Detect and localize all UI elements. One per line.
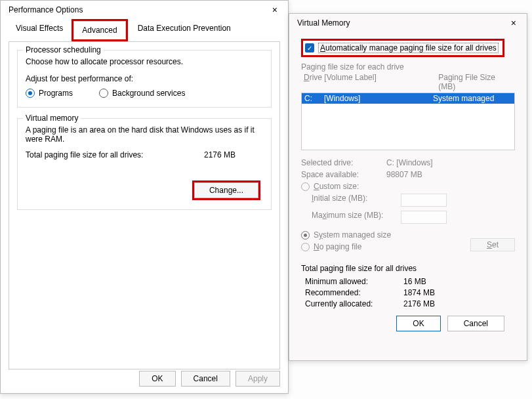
radio-custom-size[interactable]: Custom size:	[301, 182, 515, 191]
perf-bottom-buttons: OK Cancel Apply	[139, 371, 280, 387]
radio-programs[interactable]: Programs	[26, 89, 73, 98]
col-size: Paging File Size (MB)	[438, 73, 512, 91]
vm-titlebar: Virtual Memory ×	[289, 14, 527, 32]
drive-row-selected[interactable]: C: [Windows] System managed	[302, 93, 514, 104]
proc-legend: Processor scheduling	[23, 45, 104, 54]
radio-background-label: Background services	[112, 89, 185, 98]
tab-advanced[interactable]: Advanced	[73, 21, 125, 39]
maximum-size-input[interactable]	[401, 211, 447, 224]
paging-section-label: Paging file size for each drive	[301, 62, 515, 72]
vm-title: Virtual Memory	[297, 18, 350, 28]
perf-title: Performance Options	[9, 5, 83, 14]
cancel-button[interactable]: Cancel	[181, 371, 230, 387]
drive-list[interactable]: C: [Windows] System managed	[301, 93, 515, 150]
drive-paging-size: System managed	[433, 94, 512, 103]
vm-body: ✓ Automatically manage paging file size …	[289, 32, 527, 338]
checkbox-auto-manage[interactable]: ✓	[305, 43, 314, 52]
highlight-auto-manage: ✓ Automatically manage paging file size …	[301, 39, 504, 57]
vm-ok-button[interactable]: OK	[396, 316, 440, 331]
radio-icon	[26, 89, 35, 98]
ok-button[interactable]: OK	[139, 371, 175, 387]
performance-options-window: Performance Options × Visual Effects Adv…	[0, 0, 289, 394]
change-button[interactable]: Change...	[194, 182, 258, 198]
system-managed-label: System managed size	[314, 230, 391, 240]
space-available-value: 98807 MB	[386, 170, 422, 179]
initial-size-input[interactable]	[401, 194, 447, 207]
recommended-label: Recommended:	[305, 288, 403, 297]
custom-size-label: Custom size:	[314, 182, 359, 191]
total-section-title: Total paging file size for all drives	[301, 264, 515, 273]
perf-tabs: Visual Effects Advanced Data Execution P…	[1, 19, 288, 41]
close-icon[interactable]: ×	[507, 18, 520, 28]
virtual-memory-window: Virtual Memory × ✓ Automatically manage …	[289, 13, 527, 361]
selected-drive-value: C: [Windows]	[386, 158, 433, 167]
vmem-total-label: Total paging file size for all drives:	[26, 150, 143, 159]
proc-desc: Choose how to allocate processor resourc…	[26, 57, 263, 66]
virtual-memory-group: Virtual memory A paging file is an area …	[17, 118, 272, 210]
no-paging-label: No paging file	[314, 242, 361, 251]
radio-icon	[99, 89, 108, 98]
space-available-label: Space available:	[301, 170, 386, 179]
radio-icon	[301, 182, 310, 191]
selected-drive-label: Selected drive:	[301, 158, 386, 167]
recommended-value: 1874 MB	[403, 288, 435, 297]
vmem-legend: Virtual memory	[23, 114, 81, 123]
currently-allocated-value: 2176 MB	[403, 299, 435, 308]
maximum-size-label: Maximum size (MB):	[312, 211, 397, 224]
drive-volume-label: [Windows]	[324, 94, 433, 103]
highlight-change-button: Change...	[192, 180, 260, 200]
perf-titlebar: Performance Options ×	[1, 1, 288, 19]
advanced-panel: Processor scheduling Choose how to alloc…	[9, 41, 280, 369]
apply-button[interactable]: Apply	[235, 371, 280, 387]
minimum-allowed-value: 16 MB	[403, 277, 426, 286]
proc-adjust-label: Adjust for best performance of:	[26, 74, 263, 83]
radio-icon	[301, 243, 310, 251]
vmem-total-value: 2176 MB	[204, 150, 235, 159]
tab-visual-effects[interactable]: Visual Effects	[7, 19, 72, 41]
auto-manage-label: Automatically manage paging file size fo…	[318, 43, 499, 53]
processor-scheduling-group: Processor scheduling Choose how to alloc…	[17, 50, 272, 108]
radio-background-services[interactable]: Background services	[99, 89, 185, 98]
set-button[interactable]: Set	[470, 238, 515, 251]
drive-letter: C:	[304, 94, 324, 103]
close-icon[interactable]: ×	[268, 5, 281, 15]
vmem-desc: A paging file is an area on the hard dis…	[26, 125, 263, 144]
drive-list-header: Drive [Volume Label] Paging File Size (M…	[301, 72, 515, 93]
tab-dep[interactable]: Data Execution Prevention	[129, 19, 239, 41]
minimum-allowed-label: Minimum allowed:	[305, 277, 403, 286]
vm-cancel-button[interactable]: Cancel	[447, 316, 504, 331]
radio-programs-label: Programs	[39, 89, 73, 98]
currently-allocated-label: Currently allocated:	[305, 299, 403, 308]
highlight-advanced-tab: Advanced	[72, 19, 127, 41]
radio-icon	[301, 231, 310, 240]
col-drive: Drive [Volume Label]	[304, 73, 412, 91]
initial-size-label: Initial size (MB):	[312, 194, 397, 207]
